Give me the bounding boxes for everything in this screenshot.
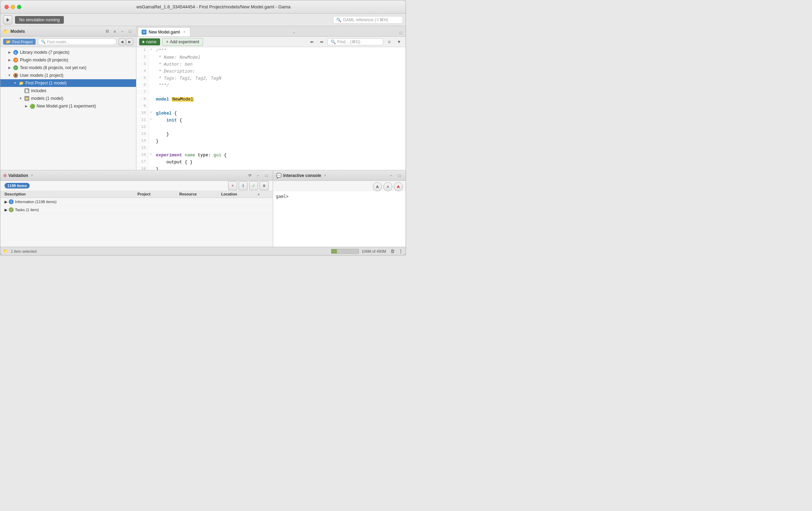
code-line-5: 5 * Tags: Tag1, Tag2, TagN bbox=[136, 75, 406, 82]
code-line-4: 4 * Description: bbox=[136, 68, 406, 75]
items-badge: 1199 items bbox=[5, 183, 30, 188]
validation-close-button[interactable]: × bbox=[30, 173, 35, 178]
code-line-6: 6 ***/ bbox=[136, 82, 406, 89]
panel-menu-button[interactable]: ≡ bbox=[112, 28, 118, 35]
gaml-reference-search[interactable]: 🔍 GAML reference (⇧⌘H) bbox=[333, 16, 403, 24]
filter-errors-button[interactable]: × bbox=[228, 181, 237, 190]
nav-arrows: ◀ ▶ bbox=[119, 38, 133, 45]
memory-bar bbox=[331, 249, 359, 254]
tree-toggle-test[interactable]: ▶ bbox=[7, 66, 12, 70]
simulation-status: No simulation running bbox=[15, 16, 64, 24]
tree-item-new-model[interactable]: ▶ 🟢 New Model.gaml (1 experiment) bbox=[0, 102, 136, 110]
col-resource: Resource bbox=[178, 191, 220, 197]
console-btn-a1[interactable]: A bbox=[373, 182, 382, 191]
library-icon: L bbox=[13, 50, 18, 55]
filter-all-button[interactable]: ≡ bbox=[260, 181, 269, 190]
main-toolbar: No simulation running 🔍 GAML reference (… bbox=[0, 14, 406, 26]
folder-icon-small: 📁 bbox=[3, 249, 8, 253]
filter-info-button[interactable]: ℹ bbox=[239, 181, 248, 190]
validation-panel-actions: ⟳ − □ bbox=[246, 172, 270, 179]
code-line-10: 10 ⊖ global { bbox=[136, 110, 406, 117]
outline-view-button[interactable]: ≡ bbox=[385, 38, 393, 46]
models-subheader: 📂 First Project 🔍 Find model... ◀ ▶ bbox=[0, 37, 136, 47]
tree-item-library-models[interactable]: ▶ L Library models (7 projects) bbox=[0, 49, 136, 56]
outline-dropdown-button[interactable]: ▼ bbox=[395, 38, 403, 46]
search-icon: 🔍 bbox=[336, 17, 341, 22]
tree-item-user-models[interactable]: ▼ 👤 User models (1 project) bbox=[0, 72, 136, 79]
code-editor[interactable]: 1 ⊖ /*** 2 * Name: NewModel 3 * Author: … bbox=[136, 47, 406, 170]
console-body[interactable]: gaml> bbox=[273, 191, 406, 247]
val-row-tasks[interactable]: ▶ ✓ Tasks (1 item) bbox=[0, 206, 273, 214]
console-minimize-button[interactable]: − bbox=[388, 172, 394, 179]
console-maximize-button[interactable]: □ bbox=[396, 172, 403, 179]
navigate-back-button[interactable]: ⬅ bbox=[308, 38, 316, 46]
tree-toggle-first-project[interactable]: ▼ bbox=[13, 81, 17, 85]
validation-maximize-button[interactable]: □ bbox=[263, 172, 270, 179]
add-exp-label: Add experiment bbox=[170, 39, 199, 44]
tab-close-button[interactable]: × bbox=[182, 30, 187, 35]
folder-icon-small: 📂 bbox=[6, 39, 11, 44]
nav-forward-button[interactable]: ▶ bbox=[126, 38, 133, 45]
code-line-14: 14 } bbox=[136, 138, 406, 145]
maximize-panel-button[interactable]: □ bbox=[127, 28, 133, 35]
models-panel-title: Models bbox=[10, 29, 25, 34]
main-window: wsGamaRel_1.8_334544454 - First Project/… bbox=[0, 0, 406, 256]
tree-toggle-plugin[interactable]: ▶ bbox=[7, 58, 12, 62]
editor-maximize-button[interactable]: □ bbox=[397, 29, 404, 36]
editor-tabs: G New Model.gaml × − □ bbox=[136, 26, 406, 37]
run-simulation-button[interactable] bbox=[3, 15, 12, 24]
search-icon: 🔍 bbox=[41, 39, 46, 44]
validation-minimize-button[interactable]: − bbox=[255, 172, 262, 179]
task-icon: ✓ bbox=[9, 207, 14, 212]
console-btn-a2[interactable]: A bbox=[383, 182, 392, 191]
clear-memory-button[interactable]: 🗑 bbox=[389, 248, 396, 255]
plugin-icon: ⚙ bbox=[13, 57, 18, 63]
tree-toggle-user[interactable]: ▼ bbox=[7, 73, 12, 77]
tree-item-models-folder[interactable]: ▼ 📁 models (1 model) bbox=[0, 95, 136, 102]
add-experiment-button[interactable]: Add experiment bbox=[162, 38, 203, 46]
tree-item-includes[interactable]: ▶ 📄 includes bbox=[0, 87, 136, 95]
tree-toggle-models[interactable]: ▼ bbox=[18, 96, 23, 101]
col-project: Project bbox=[136, 191, 178, 197]
user-icon: 👤 bbox=[13, 73, 18, 78]
tab-new-model[interactable]: G New Model.gaml × bbox=[138, 27, 190, 36]
code-line-13: 13 } bbox=[136, 131, 406, 138]
find-model-input[interactable]: 🔍 Find model... bbox=[38, 38, 116, 45]
find-input[interactable]: 🔍 Find... (⌘G) bbox=[328, 38, 383, 45]
console-toolbar: A A A bbox=[273, 181, 406, 191]
tree-item-test-models[interactable]: ▶ ✓ Test models (8 projects, not yet run… bbox=[0, 64, 136, 72]
expand-icon[interactable]: ▶ bbox=[5, 200, 7, 204]
console-btn-a3[interactable]: A bbox=[394, 182, 403, 191]
code-line-2: 2 * Name: NewModel bbox=[136, 54, 406, 61]
info-icon: i bbox=[9, 199, 14, 204]
run-name-button[interactable]: name bbox=[139, 38, 160, 45]
tree-item-plugin-models[interactable]: ▶ ⚙ Plugin models (8 projects) bbox=[0, 56, 136, 64]
filter-ok-button[interactable]: ✓ bbox=[249, 181, 258, 190]
code-line-15: 15 bbox=[136, 145, 406, 152]
first-project-breadcrumb[interactable]: 📂 First Project bbox=[3, 39, 36, 45]
code-line-16: 16 ⊖ experiment name type: gui { bbox=[136, 152, 406, 159]
console-panel-header: 💬 Interactive console × − □ bbox=[273, 170, 406, 181]
console-close-button[interactable]: × bbox=[323, 173, 328, 178]
minimize-button[interactable] bbox=[11, 5, 15, 9]
minimize-panel-button[interactable]: − bbox=[119, 28, 126, 35]
collapse-all-button[interactable]: ⊟ bbox=[104, 28, 110, 35]
code-line-7: 7 bbox=[136, 89, 406, 96]
nav-back-button[interactable]: ◀ bbox=[119, 38, 126, 45]
validation-sync-button[interactable]: ⟳ bbox=[246, 172, 253, 179]
editor-minimize-button[interactable]: − bbox=[291, 29, 298, 36]
expand-icon[interactable]: ▶ bbox=[5, 208, 7, 212]
tree-toggle-library[interactable]: ▶ bbox=[7, 50, 12, 54]
maximize-button[interactable] bbox=[17, 5, 21, 9]
val-row-information[interactable]: ▶ i Information (1198 items) bbox=[0, 198, 273, 206]
tree-toggle-new-model[interactable]: ▶ bbox=[24, 104, 28, 108]
navigate-forward-button[interactable]: ➡ bbox=[318, 38, 325, 46]
tree-item-first-project[interactable]: ▼ 📁 First Project (1 model) bbox=[0, 79, 136, 87]
code-line-11: 11 ⊖ init { bbox=[136, 117, 406, 124]
editor-toolbar: name Add experiment ⬅ ➡ 🔍 Find... (⌘G) ≡… bbox=[136, 37, 406, 47]
models-panel: 📁 Models ⊟ ≡ − □ 📂 First Project 🔍 Find … bbox=[0, 26, 136, 170]
close-button[interactable] bbox=[5, 5, 9, 9]
more-options-icon[interactable]: ⋮ bbox=[399, 249, 403, 254]
run-name-label: name bbox=[146, 39, 157, 44]
code-line-1: 1 ⊖ /*** bbox=[136, 47, 406, 54]
